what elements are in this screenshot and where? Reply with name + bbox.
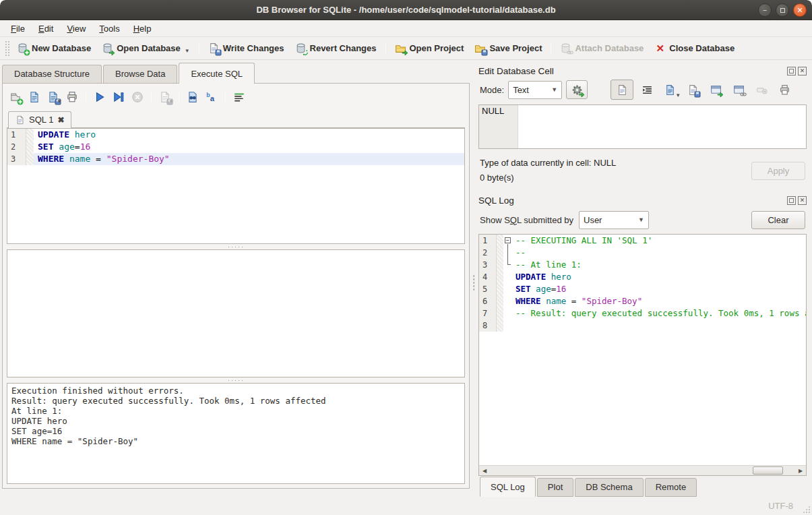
write-changes-button[interactable]: Write Changes — [203, 40, 290, 57]
open-project-button[interactable]: Open Project — [389, 40, 470, 57]
gear-icon — [571, 84, 583, 96]
execute-current-line-button[interactable] — [110, 89, 127, 105]
cell-text-mode-button[interactable] — [611, 80, 633, 100]
close-dock-icon[interactable]: ✕ — [798, 196, 807, 205]
maximize-button-icon[interactable] — [776, 3, 789, 17]
fold-margin — [497, 307, 503, 320]
message-line: UPDATE hero — [11, 416, 460, 426]
line-number: 1 — [7, 129, 26, 141]
cell-copy-link-button[interactable] — [729, 81, 748, 98]
splitter-handle[interactable] — [7, 377, 465, 383]
editor-line[interactable]: 1UPDATE hero — [7, 129, 464, 141]
log-line[interactable]: 8 — [479, 320, 806, 332]
toolbar-separator — [199, 42, 199, 54]
cell-export-button[interactable] — [683, 81, 702, 98]
mode-select[interactable]: Text ▼ — [508, 81, 562, 99]
menu-file[interactable]: File — [4, 22, 32, 36]
cell-value-editor[interactable]: NULL — [478, 104, 807, 149]
dock-tab-remote[interactable]: Remote — [645, 478, 697, 497]
apply-format-button[interactable] — [566, 80, 588, 99]
collapse-icon[interactable]: − — [505, 237, 511, 243]
auto-format-button[interactable]: ba — [203, 89, 220, 105]
scroll-left-icon[interactable]: ◀ — [479, 466, 490, 475]
code-token: 16 — [556, 284, 566, 294]
menu-help[interactable]: Help — [127, 22, 158, 36]
cell-open-external-button[interactable] — [706, 81, 725, 98]
code-token: "Spider-Boy" — [582, 296, 642, 306]
open-sql-file-button[interactable] — [26, 89, 43, 105]
editor-line[interactable]: 3WHERE name = "Spider-Boy" — [7, 153, 464, 165]
horizontal-scrollbar[interactable]: ◀ ▶ — [479, 465, 806, 475]
scrollbar-thumb[interactable] — [753, 466, 783, 475]
code-token: "Spider-Boy" — [106, 154, 170, 164]
word-wrap-lines-button[interactable] — [230, 89, 248, 105]
execution-message-pane[interactable]: Execution finished without errors.Result… — [7, 383, 465, 484]
cell-print-button[interactable] — [775, 81, 794, 98]
open-database-button[interactable]: Open Database▼ — [96, 40, 195, 57]
execute-all-button[interactable] — [91, 89, 108, 105]
log-line[interactable]: 5SET age=16 — [479, 283, 806, 295]
scroll-right-icon[interactable]: ▶ — [795, 466, 806, 475]
tab-database-structure[interactable]: Database Structure — [2, 65, 102, 83]
splitter-handle[interactable] — [7, 244, 465, 249]
sql-log-view[interactable]: 1−-- EXECUTING ALL IN 'SQL 1'2--3-- At l… — [478, 234, 807, 476]
submitted-by-select[interactable]: User ▼ — [579, 211, 649, 229]
fold-margin — [26, 153, 34, 165]
close-button-icon[interactable]: ✕ — [793, 3, 807, 17]
log-line[interactable]: 3-- At line 1: — [479, 259, 806, 271]
dock-tab-sql-log[interactable]: SQL Log — [480, 477, 536, 497]
cell-value-text: NULL — [479, 105, 518, 148]
message-line: Result: query executed successfully. Too… — [11, 396, 460, 406]
sql-editor[interactable]: 1UPDATE hero2SET age=163WHERE name = "Sp… — [7, 128, 465, 244]
print-sql-button[interactable] — [63, 89, 81, 105]
log-line[interactable]: 1−-- EXECUTING ALL IN 'SQL 1' — [479, 235, 806, 247]
editor-line[interactable]: 2SET age=16 — [7, 141, 464, 153]
main-area: Database StructureBrowse DataExecute SQL… — [0, 60, 812, 497]
dock-tab-db-schema[interactable]: DB Schema — [575, 478, 643, 497]
log-line[interactable]: 4UPDATE hero — [479, 271, 806, 283]
scrollbar-track[interactable] — [490, 466, 795, 475]
message-line: Execution finished without errors. — [11, 386, 460, 396]
find-replace-button[interactable] — [184, 89, 201, 105]
close-tab-icon[interactable]: ✖ — [57, 115, 64, 125]
log-line[interactable]: 2-- — [479, 247, 806, 259]
save-sql-file-button[interactable]: ▼ — [44, 89, 62, 105]
menu-edit[interactable]: Edit — [32, 22, 60, 36]
code-token: = — [90, 154, 106, 164]
tab-browse-data[interactable]: Browse Data — [103, 65, 177, 83]
encoding-indicator[interactable]: UTF-8 — [768, 501, 793, 511]
dock-tab-plot[interactable]: Plot — [537, 478, 573, 497]
revert-changes-button[interactable]: ath d="M2 6a4 4 0 0 1 7-2.6" fill="none"… — [290, 40, 382, 57]
log-line[interactable]: 6WHERE name = "Spider-Boy" — [479, 295, 806, 307]
tab-execute-sql[interactable]: Execute SQL — [179, 63, 255, 83]
cell-import-button[interactable]: ▼ — [660, 81, 679, 98]
save-project-button[interactable]: Save Project — [469, 40, 547, 57]
float-dock-icon[interactable] — [787, 196, 796, 205]
resize-grip[interactable] — [802, 505, 811, 514]
mode-label: Mode: — [480, 85, 504, 95]
minimize-button-icon[interactable]: − — [758, 3, 772, 17]
cell-edit-area[interactable] — [518, 105, 806, 148]
menu-view[interactable]: View — [60, 22, 92, 36]
apply-button[interactable]: Apply — [751, 162, 805, 180]
new-sql-tab-button[interactable] — [7, 89, 24, 105]
fold-margin — [497, 247, 503, 259]
line-number: 2 — [479, 247, 497, 259]
menu-tools[interactable]: Tools — [92, 22, 126, 36]
toolbar-drag-handle[interactable] — [5, 40, 9, 57]
toolbar-separator — [225, 91, 226, 102]
fold-marker[interactable]: − — [503, 235, 513, 247]
close-database-button[interactable]: ✕Close Database — [649, 40, 740, 57]
query-results-grid[interactable] — [7, 249, 465, 377]
float-dock-icon[interactable] — [787, 67, 796, 75]
close-dock-icon[interactable]: ✕ — [798, 67, 807, 75]
clear-log-button[interactable]: Clear — [751, 211, 805, 229]
fold-margin — [497, 295, 503, 307]
log-line[interactable]: 7-- Result: query executed successfully.… — [479, 307, 806, 320]
new-database-button[interactable]: New Database — [11, 40, 96, 57]
code-line: -- Result: query executed successfully. … — [513, 307, 806, 320]
cell-word-wrap-button[interactable] — [637, 81, 656, 98]
sql-tab-sql-1[interactable]: SQL 1✖ — [8, 111, 71, 128]
vertical-splitter-handle[interactable] — [472, 60, 476, 497]
toolbar-separator — [385, 42, 386, 54]
